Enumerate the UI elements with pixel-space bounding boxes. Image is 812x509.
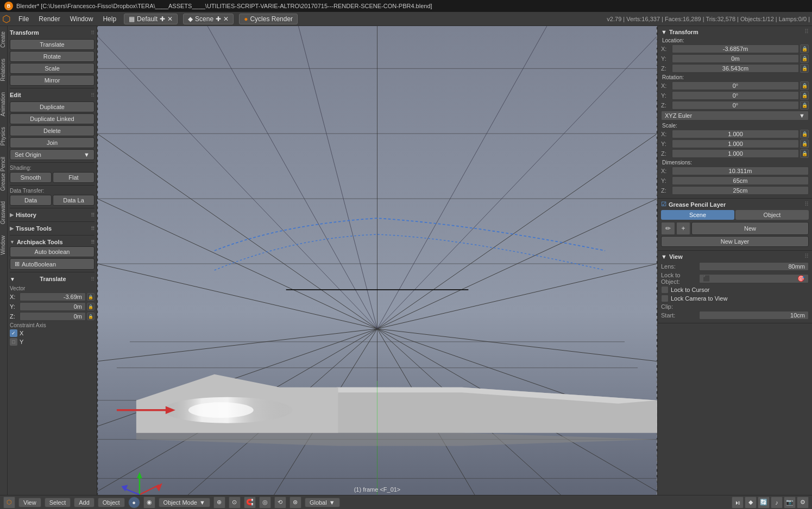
rot-z-lock[interactable]: 🔒 (800, 101, 809, 110)
snap-icon[interactable]: 🧲 (244, 497, 256, 508)
gp-new-layer-button[interactable]: New Layer (661, 236, 809, 247)
join-button[interactable]: Join (10, 137, 95, 148)
global-selector[interactable]: Global ▼ (305, 498, 340, 507)
clip-start-value[interactable]: 10cm (699, 311, 809, 320)
translate-x-value[interactable]: -3.69m (20, 292, 86, 301)
translate-z-value[interactable]: 0m (20, 312, 86, 321)
settings-icon[interactable]: ⚙ (797, 497, 809, 508)
rotation-mode-selector[interactable]: XYZ Euler ▼ (661, 111, 809, 120)
rot-x-value[interactable]: 0° (672, 81, 799, 90)
cursor-icon[interactable]: ⊛ (289, 497, 301, 508)
archipack-header[interactable]: ▼ Archipack Tools ⠿ (10, 238, 95, 246)
lock-camera-checkbox[interactable] (661, 295, 669, 302)
cycles-icon: ● (244, 15, 248, 23)
transform-orient-icon[interactable]: ⟲ (274, 497, 286, 508)
tab-graswald[interactable]: Graswald (0, 196, 8, 230)
rot-z-value[interactable]: 0° (672, 101, 799, 110)
lock-object-value[interactable]: ⬛ 🎯 (699, 274, 809, 283)
flat-button[interactable]: Flat (53, 172, 95, 183)
scale-y-lock[interactable]: 🔒 (800, 139, 809, 148)
timeline-icon[interactable]: ⏯ (732, 497, 744, 508)
transform-icon-1[interactable]: ⊕ (213, 497, 225, 508)
menu-file[interactable]: File (14, 14, 33, 24)
data-la-button[interactable]: Data La (53, 195, 95, 206)
gp-new-button[interactable]: New (691, 222, 809, 235)
auto-boolean-button[interactable]: Auto boolean (10, 246, 95, 257)
loc-x-value[interactable]: -3.6857m (672, 44, 799, 53)
translate-x-lock[interactable]: 🔒 (87, 293, 95, 301)
lock-cursor-checkbox[interactable] (661, 286, 669, 294)
keyframe-icon[interactable]: ◆ (745, 497, 757, 508)
bottom-blender-icon[interactable]: ⬡ (3, 497, 15, 508)
scale-x-lock[interactable]: 🔒 (800, 130, 809, 138)
lens-value[interactable]: 80mm (699, 262, 809, 271)
duplicate-linked-button[interactable]: Duplicate Linked (10, 113, 95, 124)
gp-scene-tab[interactable]: Scene (661, 210, 734, 220)
dim-y-value[interactable]: 65cm (672, 176, 809, 185)
sync-icon[interactable]: 🔄 (758, 497, 770, 508)
rot-y-value[interactable]: 0° (672, 91, 799, 100)
scene-3d (97, 26, 657, 495)
loc-x-lock[interactable]: 🔒 (800, 44, 809, 53)
transform-icon-2[interactable]: ⊙ (229, 497, 241, 508)
render-engine-selector[interactable]: ● Cycles Render (239, 14, 298, 24)
menu-help[interactable]: Help (98, 14, 121, 24)
object-mode-selector[interactable]: Object Mode ▼ (159, 498, 210, 507)
mode-selector-select[interactable]: Select (45, 498, 71, 507)
dim-z-value[interactable]: 25cm (672, 186, 809, 195)
scale-z-value[interactable]: 1.000 (672, 149, 799, 158)
delete-button[interactable]: Delete (10, 125, 95, 136)
viewport[interactable]: Camera Persp Meters (97, 26, 657, 495)
tab-grease-pencil[interactable]: Grease Pencil (0, 151, 8, 196)
blender-menu-icon[interactable]: ⬡ (2, 13, 11, 25)
rot-x-lock[interactable]: 🔒 (800, 81, 809, 90)
mode-selector-view[interactable]: View (18, 498, 41, 507)
constraint-y-checkbox[interactable]: □ (10, 338, 17, 346)
menu-render[interactable]: Render (34, 14, 64, 24)
scale-button[interactable]: Scale (10, 63, 95, 74)
workspace-selector[interactable]: ▦ Default ✚ ✕ (124, 14, 178, 24)
rot-y-lock[interactable]: 🔒 (800, 91, 809, 100)
viewport-shading-icon[interactable]: ● (128, 497, 140, 508)
translate-button[interactable]: Translate (10, 39, 95, 50)
proportional-edit-icon[interactable]: ◎ (259, 497, 271, 508)
set-origin-dropdown[interactable]: Set Origin ▼ (10, 149, 95, 160)
translate-y-lock[interactable]: 🔒 (87, 303, 95, 310)
gp-object-tab[interactable]: Object (735, 210, 809, 220)
loc-y-lock[interactable]: 🔒 (800, 54, 809, 63)
mode-selector-add[interactable]: Add (74, 498, 95, 507)
constraint-x-checkbox[interactable]: ✓ (10, 329, 17, 337)
smooth-button[interactable]: Smooth (10, 172, 52, 183)
gp-check-icon[interactable]: ☑ (661, 201, 666, 208)
render-preview-icon[interactable]: ◉ (143, 497, 155, 508)
scale-y-value[interactable]: 1.000 (672, 139, 799, 148)
dim-x-value[interactable]: 10.311m (672, 167, 809, 175)
loc-y-value[interactable]: 0m (672, 54, 799, 63)
translate-y-value[interactable]: 0m (20, 302, 86, 311)
tissue-header[interactable]: ▶ Tissue Tools ⠿ (10, 224, 95, 233)
scale-x-value[interactable]: 1.000 (672, 130, 799, 138)
tab-animation[interactable]: Animation (0, 87, 8, 122)
auto-boolean2-button[interactable]: ⊞ AutoBoolean (10, 258, 95, 270)
translate-z-lock[interactable]: 🔒 (87, 313, 95, 320)
mirror-button[interactable]: Mirror (10, 75, 95, 86)
gp-pencil-icon[interactable]: ✏ (661, 222, 675, 235)
menu-window[interactable]: Window (66, 14, 98, 24)
data-button[interactable]: Data (10, 195, 52, 206)
tab-relations[interactable]: Relations (0, 53, 8, 87)
tab-create[interactable]: Create (0, 26, 8, 53)
loc-z-lock[interactable]: 🔒 (800, 64, 809, 73)
loc-z-value[interactable]: 36.543cm (672, 64, 799, 73)
scene-selector[interactable]: ◆ Scene ✚ ✕ (183, 14, 234, 24)
gp-add-icon[interactable]: + (676, 222, 690, 235)
translate-collapse-icon: ▼ (10, 276, 15, 282)
scale-z-lock[interactable]: 🔒 (800, 149, 809, 158)
rotate-button[interactable]: Rotate (10, 51, 95, 62)
history-header[interactable]: ▶ History ⠿ (10, 211, 95, 219)
audio-icon[interactable]: ♪ (771, 497, 783, 508)
render-icon[interactable]: 📷 (784, 497, 796, 508)
mode-selector-object[interactable]: Object (98, 498, 125, 507)
duplicate-button[interactable]: Duplicate (10, 101, 95, 112)
tab-physics[interactable]: Physics (0, 122, 8, 151)
tab-window[interactable]: Window (0, 230, 8, 260)
